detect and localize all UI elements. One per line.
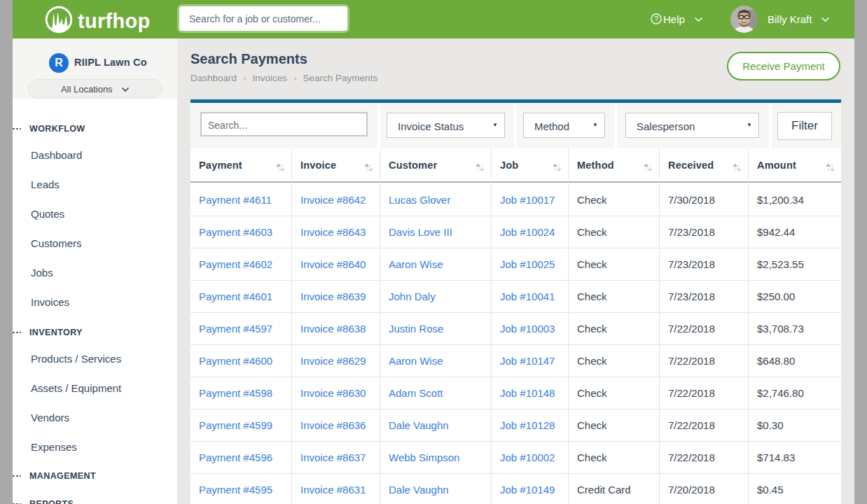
svg-text:?: ? bbox=[654, 15, 658, 23]
